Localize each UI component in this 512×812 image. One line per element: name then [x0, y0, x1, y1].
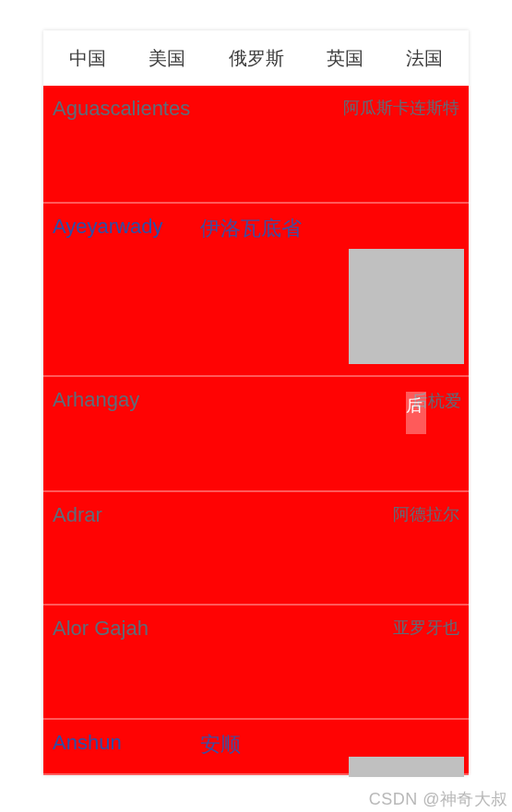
region-list[interactable]: Aguascalientes 阿瓜斯卡连斯特 Ayeyarwady 伊洛瓦底省 … [43, 86, 469, 775]
image-placeholder-icon [349, 249, 464, 364]
list-item[interactable]: Adrar 阿德拉尔 [43, 492, 469, 606]
region-name-cn: 安顺 [200, 731, 241, 759]
watermark-text: CSDN @神奇大叔 [369, 788, 508, 810]
region-name-en: Aguascalientes [53, 97, 190, 121]
region-name-en: Anshun [53, 731, 122, 755]
tab-uk[interactable]: 英国 [327, 46, 363, 71]
region-name-cn: 伊洛瓦底省 [200, 215, 302, 242]
tab-china[interactable]: 中国 [69, 46, 106, 71]
region-name-en: Arhangay [53, 388, 139, 412]
tab-france[interactable]: 法国 [406, 46, 443, 71]
scroll-indicator-label: 后 [406, 394, 423, 417]
tab-bar: 中国 美国 俄罗斯 英国 法国 [43, 30, 469, 86]
image-placeholder-icon [349, 757, 464, 777]
list-item[interactable]: Ayeyarwady 伊洛瓦底省 [43, 204, 469, 377]
list-item[interactable]: Alor Gajah 亚罗牙也 [43, 606, 469, 720]
list-item[interactable]: Aguascalientes 阿瓜斯卡连斯特 [43, 86, 469, 204]
list-item[interactable]: Arhangay 后杭爱 [43, 377, 469, 492]
list-item[interactable]: Anshun 安顺 [43, 720, 469, 775]
tab-russia[interactable]: 俄罗斯 [229, 46, 284, 71]
region-name-en: Alor Gajah [53, 617, 149, 641]
region-name-cn: 阿瓜斯卡连斯特 [343, 97, 459, 119]
app-container: 中国 美国 俄罗斯 英国 法国 Aguascalientes 阿瓜斯卡连斯特 A… [43, 30, 469, 775]
region-name-cn: 阿德拉尔 [393, 503, 459, 525]
tab-usa[interactable]: 美国 [149, 46, 185, 71]
region-name-cn: 亚罗牙也 [393, 617, 459, 639]
region-name-en: Adrar [53, 503, 102, 527]
region-name-en: Ayeyarwady [53, 215, 162, 239]
